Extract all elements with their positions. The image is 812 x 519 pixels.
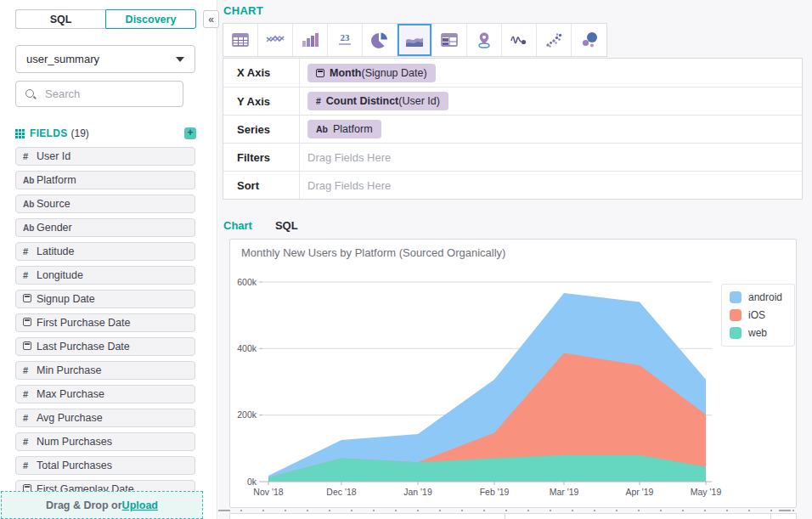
filters-dropzone[interactable]: Drag Fields Here bbox=[300, 151, 391, 164]
legend-label: iOS bbox=[748, 309, 765, 321]
text-icon: Ab bbox=[23, 200, 37, 209]
chart-type-picker: 23 bbox=[223, 23, 607, 57]
legend-swatch bbox=[730, 291, 742, 303]
svg-text:Dec '18: Dec '18 bbox=[326, 487, 356, 497]
field-item[interactable]: Last Purchase Date bbox=[15, 337, 195, 356]
number-icon: # bbox=[23, 389, 37, 399]
chart-type-line-icon[interactable] bbox=[258, 24, 293, 56]
chart-type-bar-icon[interactable] bbox=[293, 24, 328, 56]
svg-text:600k: 600k bbox=[237, 277, 257, 287]
field-item[interactable]: AbGender bbox=[15, 218, 195, 237]
field-item[interactable]: #Max Purchase bbox=[15, 385, 195, 403]
y-axis-field-pill[interactable]: # Count Distinct (User Id) bbox=[307, 92, 448, 110]
field-item[interactable]: #Avg Purchase bbox=[15, 409, 195, 427]
chart-type-single-value-icon[interactable]: 23 bbox=[328, 24, 363, 56]
field-label: Longitude bbox=[37, 269, 83, 281]
config-row-series: Series Ab Platform bbox=[223, 115, 802, 143]
search-icon bbox=[25, 88, 37, 100]
sort-placeholder: Drag Fields Here bbox=[307, 179, 391, 192]
svg-text:Mar '19: Mar '19 bbox=[550, 487, 579, 497]
number-icon: # bbox=[23, 365, 37, 375]
text-icon: Ab bbox=[316, 124, 328, 134]
date-icon bbox=[23, 294, 37, 304]
field-label: Platform bbox=[37, 174, 76, 186]
field-item[interactable]: #Latitude bbox=[15, 242, 195, 261]
y-axis-dropzone[interactable]: # Count Distinct (User Id) bbox=[300, 92, 448, 110]
field-label: Last Purchase Date bbox=[37, 341, 130, 353]
svg-text:Nov '18: Nov '18 bbox=[253, 487, 283, 497]
svg-text:Feb '19: Feb '19 bbox=[480, 487, 510, 497]
field-item[interactable]: #User Id bbox=[15, 147, 195, 166]
visual-explorer-app: SQL Discovery user_summary FIELDS (19) +… bbox=[0, 0, 812, 519]
field-item[interactable]: #Total Purchases bbox=[15, 456, 195, 475]
filters-placeholder: Drag Fields Here bbox=[307, 151, 391, 164]
field-search[interactable] bbox=[15, 81, 183, 107]
field-item[interactable]: AbSource bbox=[15, 195, 195, 213]
svg-text:May '19: May '19 bbox=[691, 487, 722, 497]
panel-resize-handle[interactable] bbox=[218, 510, 804, 511]
chart-type-pulse-icon[interactable] bbox=[502, 24, 537, 56]
search-input[interactable] bbox=[43, 87, 162, 101]
dataset-select[interactable]: user_summary bbox=[15, 45, 195, 73]
dropzone-text: Drag & Drop or bbox=[46, 499, 122, 511]
field-item[interactable]: #Min Purchase bbox=[15, 361, 195, 380]
chart-type-table-icon[interactable] bbox=[223, 24, 258, 56]
fields-count: (19) bbox=[70, 127, 88, 139]
config-row-sort: Sort Drag Fields Here bbox=[223, 171, 802, 199]
config-row-filters: Filters Drag Fields Here bbox=[223, 143, 802, 171]
field-item[interactable]: #Longitude bbox=[15, 266, 195, 285]
x-axis-label: X Axis bbox=[223, 59, 300, 87]
number-icon: # bbox=[23, 246, 37, 257]
chart-type-map-icon[interactable] bbox=[467, 24, 502, 56]
field-label: Max Purchase bbox=[37, 388, 104, 400]
field-label: Gender bbox=[37, 222, 72, 234]
x-axis-field-pill[interactable]: Month (Signup Date) bbox=[307, 64, 436, 82]
number-icon: # bbox=[316, 96, 321, 106]
chart-type-area-icon[interactable] bbox=[398, 24, 432, 56]
fields-header: FIELDS (19) + bbox=[15, 127, 196, 140]
series-field-pill[interactable]: Ab Platform bbox=[307, 120, 381, 138]
chart-type-pie-icon[interactable] bbox=[363, 24, 398, 56]
chart-type-scatter-icon[interactable] bbox=[537, 24, 572, 56]
field-item[interactable]: First Purchase Date bbox=[15, 313, 195, 332]
legend-item[interactable]: iOS bbox=[730, 309, 787, 321]
chart-type-bubble-icon[interactable] bbox=[572, 24, 606, 56]
tab-sql-view[interactable]: SQL bbox=[275, 219, 298, 232]
chart-legend: androidiOSweb bbox=[721, 284, 795, 347]
field-item[interactable]: Signup Date bbox=[15, 290, 195, 308]
field-label: Min Purchase bbox=[37, 364, 101, 376]
result-view-tabs: Chart SQL bbox=[223, 219, 298, 232]
number-icon: # bbox=[23, 413, 37, 423]
y-axis-label: Y Axis bbox=[223, 87, 300, 115]
sidebar: SQL Discovery user_summary FIELDS (19) +… bbox=[0, 0, 217, 519]
number-icon: # bbox=[23, 151, 37, 161]
upload-link[interactable]: Upload bbox=[122, 499, 158, 511]
legend-item[interactable]: android bbox=[730, 291, 787, 303]
field-item[interactable]: #Num Purchases bbox=[15, 432, 195, 451]
filters-label: Filters bbox=[223, 144, 300, 171]
field-item[interactable]: AbPlatform bbox=[15, 171, 195, 189]
tab-chart-view[interactable]: Chart bbox=[223, 219, 252, 232]
number-icon: # bbox=[23, 460, 37, 471]
tab-sql-mode[interactable]: SQL bbox=[15, 9, 105, 29]
svg-text:400k: 400k bbox=[237, 343, 257, 353]
svg-text:200k: 200k bbox=[237, 409, 257, 420]
number-icon: # bbox=[23, 437, 37, 447]
legend-item[interactable]: web bbox=[730, 327, 787, 339]
pill-field: Platform bbox=[333, 123, 373, 135]
legend-label: android bbox=[748, 291, 782, 303]
chart-config: X Axis Month (Signup Date) Y Axis # Coun… bbox=[223, 58, 803, 200]
svg-text:23: 23 bbox=[341, 32, 351, 42]
series-dropzone[interactable]: Ab Platform bbox=[300, 120, 381, 138]
text-icon: Ab bbox=[23, 223, 37, 233]
collapse-sidebar-button[interactable]: « bbox=[203, 10, 219, 28]
pill-function: Count Distinct bbox=[326, 95, 398, 107]
file-dropzone[interactable]: Drag & Drop or Upload bbox=[1, 491, 203, 519]
chart-type-pivot-table-icon[interactable] bbox=[432, 24, 467, 56]
add-field-button[interactable]: + bbox=[184, 127, 196, 139]
x-axis-dropzone[interactable]: Month (Signup Date) bbox=[300, 64, 436, 82]
date-icon bbox=[23, 341, 37, 352]
tab-discovery-mode[interactable]: Discovery bbox=[105, 9, 196, 29]
config-row-y-axis: Y Axis # Count Distinct (User Id) bbox=[223, 87, 802, 115]
sort-dropzone[interactable]: Drag Fields Here bbox=[300, 179, 391, 192]
